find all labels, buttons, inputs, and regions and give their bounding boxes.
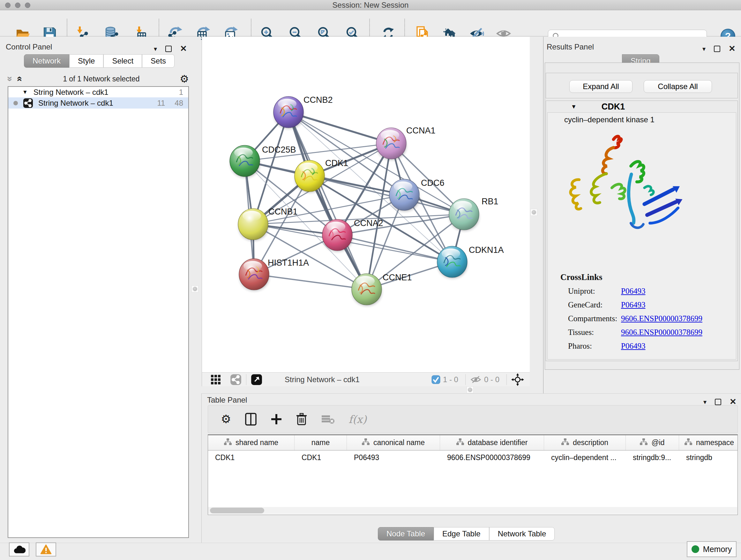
network-node-cdkn1a[interactable] — [437, 246, 467, 278]
tab-style[interactable]: Style — [69, 54, 104, 68]
left-splitter-handle[interactable] — [192, 286, 199, 293]
node-count: 11 — [157, 99, 165, 108]
column-header-description[interactable]: description — [544, 435, 626, 450]
network-row-label: String Network – cdk1 — [38, 99, 113, 108]
table-horizontal-scrollbar[interactable] — [208, 507, 737, 514]
network-node-ccne1[interactable] — [352, 273, 382, 306]
network-view-canvas[interactable]: CCNB2CCNA1CDC25BCDK1CDC6RB1CCNB1CCNA2CDK… — [202, 37, 530, 386]
collapse-gene-icon[interactable]: ▼ — [571, 104, 577, 110]
cloud-button[interactable] — [9, 543, 29, 557]
collapse-all-button[interactable]: Collapse All — [644, 80, 712, 93]
selected-checkbox-icon[interactable] — [431, 375, 441, 384]
table-cell[interactable]: CDK1 — [208, 453, 294, 462]
birdseye-view-icon[interactable] — [251, 374, 262, 385]
fit-selected-crosshair-icon[interactable] — [511, 373, 524, 386]
collection-count: 1 — [179, 88, 183, 97]
expand-all-networks-icon[interactable]: « — [15, 76, 25, 82]
collapse-tree-icon[interactable]: ▼ — [22, 89, 28, 96]
table-header-row[interactable]: shared namename canonical name database … — [208, 435, 738, 450]
warnings-button[interactable] — [36, 543, 56, 557]
crosslink-link[interactable]: P06493 — [621, 341, 645, 351]
network-collection-row[interactable]: ▼ String Network – cdk1 1 — [8, 87, 188, 98]
memory-label: Memory — [703, 545, 732, 554]
table-splitter-handle[interactable] — [467, 386, 474, 393]
network-node-cdc6[interactable] — [389, 179, 419, 211]
crosslink-link[interactable]: 9606.ENSP00000378699 — [621, 328, 702, 337]
network-edge[interactable] — [337, 235, 452, 262]
title-bar: Session: New Session — [0, 0, 741, 10]
node-table[interactable]: shared namename canonical name database … — [208, 435, 738, 515]
network-column-icon — [362, 438, 369, 447]
warning-icon — [40, 544, 52, 555]
column-header-name[interactable]: name — [294, 435, 347, 450]
network-row-selected[interactable]: String Network – cdk1 11 48 — [8, 98, 188, 109]
delete-column-trash-icon[interactable] — [296, 413, 307, 426]
crosslink-link[interactable]: P06493 — [621, 300, 645, 309]
network-node-ccnb1[interactable] — [238, 208, 268, 240]
expand-all-button[interactable]: Expand All — [569, 80, 632, 93]
panel-menu-icon[interactable]: ▾ — [154, 45, 157, 53]
toolbar-separator — [404, 19, 405, 37]
panel-menu-icon[interactable]: ▾ — [702, 45, 705, 53]
column-header--id[interactable]: @id — [626, 435, 679, 450]
column-header-shared-name[interactable]: shared name — [208, 435, 294, 450]
float-panel-icon[interactable] — [714, 46, 720, 52]
network-edge[interactable] — [288, 112, 391, 143]
network-node-ccna1[interactable] — [376, 128, 406, 160]
grid-mode-icon[interactable] — [210, 374, 221, 385]
network-status-dot-icon — [13, 101, 18, 105]
network-graph[interactable]: CCNB2CCNA1CDC25BCDK1CDC6RB1CCNB1CCNA2CDK… — [202, 42, 530, 372]
network-node-ccnb2[interactable] — [273, 97, 304, 128]
crosslink-link[interactable]: P06493 — [621, 287, 645, 296]
close-window-button[interactable] — [5, 3, 10, 8]
close-panel-icon[interactable]: ✕ — [180, 44, 187, 54]
tab-network[interactable]: Network — [24, 54, 69, 68]
float-panel-icon[interactable] — [165, 46, 172, 52]
tab-select[interactable]: Select — [104, 54, 142, 68]
node-label: RB1 — [482, 197, 498, 206]
table-cell[interactable]: CDK1 — [294, 453, 347, 462]
table-options-gear-icon[interactable]: ⚙ — [221, 413, 231, 426]
minimize-window-button[interactable] — [15, 3, 20, 8]
table-cell[interactable]: cyclin–dependent ... — [544, 453, 626, 462]
network-edge[interactable] — [254, 274, 367, 289]
current-network-name: String Network – cdk1 — [285, 375, 360, 384]
crosslink-link[interactable]: 9606.ENSP00000378699 — [621, 314, 702, 323]
panel-menu-icon[interactable]: ▾ — [703, 398, 706, 406]
show-columns-icon[interactable] — [245, 413, 257, 426]
table-cell[interactable]: stringdb — [679, 453, 738, 462]
add-column-icon[interactable] — [271, 414, 282, 425]
share-view-icon[interactable] — [230, 374, 242, 385]
window-controls[interactable] — [0, 0, 30, 10]
expand-collapse-box: Expand All Collapse All — [546, 73, 738, 98]
network-node-rb1[interactable] — [449, 199, 479, 231]
network-view-toolbar: String Network – cdk1 1 - 0 0 - 0 — [202, 372, 530, 386]
node-label: CCNB1 — [268, 207, 298, 216]
toolbar-separator — [67, 19, 67, 37]
toolbar-separator — [251, 19, 252, 37]
tab-edge-table[interactable]: Edge Table — [434, 527, 489, 541]
tab-network-table[interactable]: Network Table — [489, 527, 555, 541]
maximize-window-button[interactable] — [25, 3, 30, 8]
network-options-gear-icon[interactable]: ⚙ — [180, 73, 189, 85]
crosslink-label: Pharos: — [560, 341, 621, 351]
table-cell[interactable]: stringdb:9... — [626, 453, 679, 462]
network-node-cdc25b[interactable] — [230, 145, 260, 177]
table-cell[interactable]: 9606.ENSP00000378699 — [440, 453, 544, 462]
scrollbar-thumb[interactable] — [210, 508, 264, 513]
memory-button[interactable]: Memory — [687, 541, 737, 557]
network-node-hist1h1a[interactable] — [239, 259, 269, 291]
close-panel-icon[interactable]: ✕ — [729, 44, 736, 54]
collapse-all-networks-icon[interactable]: » — [5, 76, 16, 82]
float-panel-icon[interactable] — [715, 399, 721, 405]
network-node-ccna2[interactable] — [322, 219, 352, 251]
column-header-canonical-name[interactable]: canonical name — [347, 435, 440, 450]
tab-sets[interactable]: Sets — [142, 54, 175, 68]
table-cell[interactable]: P06493 — [347, 453, 440, 462]
tab-node-table[interactable]: Node Table — [378, 527, 434, 541]
network-node-cdk1[interactable] — [294, 160, 325, 192]
right-splitter-handle[interactable] — [530, 209, 537, 216]
table-row[interactable]: CDK1CDK1P064939606.ENSP00000378699cyclin… — [208, 450, 738, 464]
column-header-namespace[interactable]: namespace — [679, 435, 738, 450]
column-header-database-identifier[interactable]: database identifier — [440, 435, 544, 450]
